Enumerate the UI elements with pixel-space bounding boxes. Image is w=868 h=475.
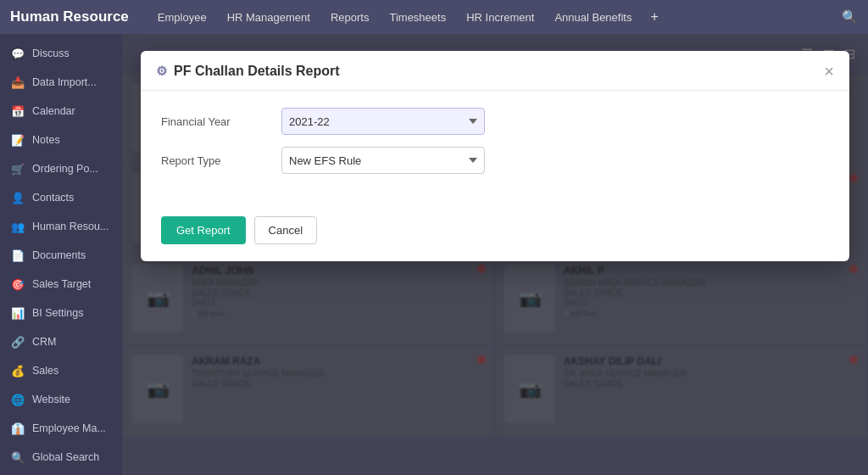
sidebar-item-crm[interactable]: 🔗 CRM (0, 327, 122, 356)
global-search-icon: 🔍 (10, 450, 25, 465)
crm-icon: 🔗 (10, 334, 25, 349)
dialog-body: Financial Year 2021-22 2020-21 2019-20 2… (141, 91, 849, 203)
sidebar-item-sales[interactable]: 💰 Sales (0, 356, 122, 385)
human-resou-icon: 👥 (10, 219, 25, 234)
sidebar-item-sales-target-label: Sales Target (32, 278, 91, 290)
sidebar-item-crm-label: CRM (32, 336, 56, 348)
calendar-icon: 📅 (10, 103, 25, 119)
sidebar-item-bi-settings[interactable]: 📊 BI Settings (0, 299, 122, 327)
nav-hr-increment[interactable]: HR Increment (458, 8, 542, 27)
nav-employee[interactable]: Employee (149, 8, 215, 27)
sidebar-item-human-resou[interactable]: 👥 Human Resou... (0, 212, 122, 241)
dialog-close-button[interactable]: × (824, 63, 834, 80)
ordering-po-icon: 🛒 (10, 161, 25, 176)
financial-year-row: Financial Year 2021-22 2020-21 2019-20 2… (161, 108, 829, 135)
sidebar-item-calendar[interactable]: 📅 Calendar (0, 97, 122, 126)
navbar: Human Resource Employee HR Management Re… (0, 0, 868, 34)
pf-challan-dialog: ⚙ PF Challan Details Report × Financial … (141, 51, 849, 261)
cancel-button[interactable]: Cancel (254, 216, 317, 244)
sidebar-item-employee-ma-label: Employee Ma... (32, 422, 106, 434)
nav-add-button[interactable]: + (643, 8, 665, 27)
website-icon: 🌐 (10, 392, 25, 407)
dialog-header: ⚙ PF Challan Details Report × (141, 51, 849, 91)
sidebar-item-contacts-label: Contacts (32, 192, 74, 204)
bi-settings-icon: 📊 (10, 305, 25, 321)
sidebar-item-notes[interactable]: 📝 Notes (0, 126, 122, 154)
sidebar-item-global-search[interactable]: 🔍 Global Search (0, 443, 122, 472)
sales-target-icon: 🎯 (10, 277, 25, 292)
sidebar-item-data-import-label: Data Import... (32, 76, 97, 88)
sidebar-item-website[interactable]: 🌐 Website (0, 385, 122, 414)
brand-title: Human Resource (10, 8, 129, 25)
dialog-title-text: PF Challan Details Report (174, 64, 340, 79)
sidebar-item-sales-label: Sales (32, 365, 58, 377)
dialog-title: ⚙ PF Challan Details Report (156, 64, 340, 79)
main-content: ☰ ⊞ ⊟ 📷 full time TRICHUR (122, 34, 868, 475)
sidebar-item-documents[interactable]: 📄 Documents (0, 241, 122, 270)
report-type-label: Report Type (161, 154, 271, 167)
report-type-select[interactable]: New EFS Rule Old EFS Rule (281, 147, 485, 174)
sidebar: 💬 Discuss 📥 Data Import... 📅 Calendar 📝 … (0, 34, 122, 475)
sidebar-item-human-resou-label: Human Resou... (32, 221, 108, 232)
nav-reports[interactable]: Reports (322, 8, 378, 27)
nav-menu: Employee HR Management Reports Timesheet… (149, 8, 842, 27)
contacts-icon: 👤 (10, 190, 25, 205)
sidebar-item-bi-settings-label: BI Settings (32, 307, 83, 319)
search-icon[interactable]: 🔍 (842, 9, 858, 25)
sales-icon: 💰 (10, 363, 25, 378)
dialog-footer: Get Report Cancel (141, 203, 849, 261)
modal-overlay: ⚙ PF Challan Details Report × Financial … (122, 34, 868, 475)
sidebar-item-ordering-po-label: Ordering Po... (32, 163, 98, 175)
documents-icon: 📄 (10, 248, 25, 263)
financial-year-select[interactable]: 2021-22 2020-21 2019-20 2018-19 (281, 108, 485, 135)
sidebar-item-contacts[interactable]: 👤 Contacts (0, 183, 122, 212)
sidebar-item-data-import[interactable]: 📥 Data Import... (0, 68, 122, 97)
report-type-row: Report Type New EFS Rule Old EFS Rule (161, 147, 829, 174)
sidebar-item-sales-target[interactable]: 🎯 Sales Target (0, 270, 122, 299)
sidebar-item-ordering-po[interactable]: 🛒 Ordering Po... (0, 154, 122, 183)
sidebar-item-calendar-label: Calendar (32, 105, 75, 117)
nav-annual-benefits[interactable]: Annual Benefits (546, 8, 640, 27)
data-import-icon: 📥 (10, 75, 25, 90)
sidebar-item-website-label: Website (32, 394, 70, 405)
sidebar-item-discuss-label: Discuss (32, 48, 70, 59)
notes-icon: 📝 (10, 132, 25, 148)
sidebar-item-discuss[interactable]: 💬 Discuss (0, 39, 122, 68)
get-report-button[interactable]: Get Report (161, 216, 246, 244)
sidebar-item-global-search-label: Global Search (32, 451, 99, 463)
nav-timesheets[interactable]: Timesheets (381, 8, 454, 27)
discuss-icon: 💬 (10, 46, 25, 61)
financial-year-label: Financial Year (161, 115, 271, 128)
employee-ma-icon: 👔 (10, 421, 25, 436)
sidebar-item-employee-ma[interactable]: 👔 Employee Ma... (0, 414, 122, 443)
sidebar-item-notes-label: Notes (32, 134, 60, 146)
settings-icon: ⚙ (156, 64, 167, 79)
sidebar-item-documents-label: Documents (32, 249, 86, 261)
nav-hr-management[interactable]: HR Management (219, 8, 319, 27)
main-layout: 💬 Discuss 📥 Data Import... 📅 Calendar 📝 … (0, 34, 868, 475)
